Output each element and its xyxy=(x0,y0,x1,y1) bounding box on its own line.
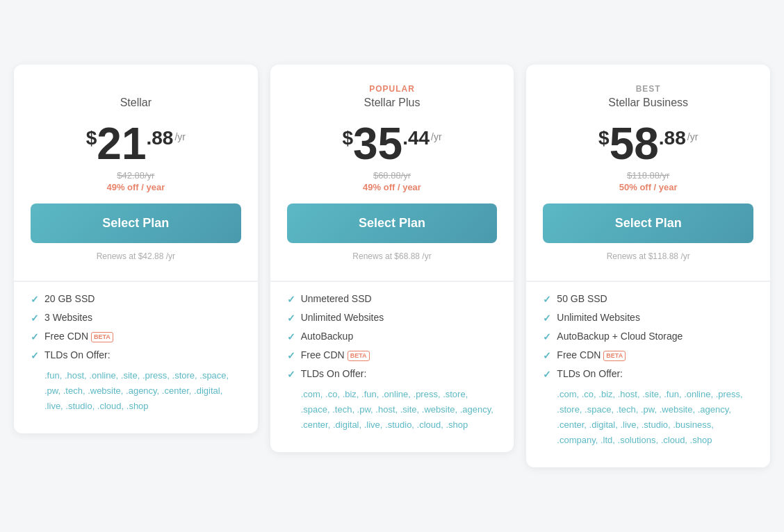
check-icon: ✓ xyxy=(543,350,551,361)
check-icon: ✓ xyxy=(31,331,39,342)
check-icon: ✓ xyxy=(287,350,295,361)
select-plan-button-stellar-plus[interactable]: Select Plan xyxy=(287,203,498,243)
price-discount-stellar-business: 50% off / year xyxy=(543,182,753,192)
feature-text-stellar-plus-3: Free CDNBETA xyxy=(301,349,370,361)
feature-text-stellar-plus-1: Unlimited Websites xyxy=(301,312,384,323)
plan-features-stellar-business: ✓50 GB SSD✓Unlimited Websites✓AutoBackup… xyxy=(526,281,770,467)
feature-item-stellar-0: ✓20 GB SSD xyxy=(31,293,241,305)
feature-text-stellar-1: 3 Websites xyxy=(44,312,92,323)
feature-item-stellar-plus-2: ✓AutoBackup xyxy=(287,331,498,342)
renew-text-stellar-plus: Renews at $68.88 /yr xyxy=(287,243,498,267)
check-icon: ✓ xyxy=(31,313,39,324)
price-dollar-stellar-plus: $ xyxy=(342,127,353,149)
plan-features-stellar: ✓20 GB SSD✓3 Websites✓Free CDNBETA✓TLDs … xyxy=(14,281,258,433)
feature-item-stellar-3: ✓TLDs On Offer: xyxy=(31,349,241,361)
plan-card-stellar-business: BESTStellar Business$58.88/yr$118.88/yr5… xyxy=(526,65,770,467)
price-original-stellar-business: $118.88/yr xyxy=(543,170,753,181)
feature-text-stellar-plus-2: AutoBackup xyxy=(301,331,354,342)
check-icon: ✓ xyxy=(287,331,295,342)
price-discount-stellar: 49% off / year xyxy=(31,182,241,192)
check-icon: ✓ xyxy=(287,369,295,380)
feature-item-stellar-business-0: ✓50 GB SSD xyxy=(543,293,753,305)
plan-price-stellar-plus: $35.44/yr xyxy=(287,122,498,166)
plan-top-stellar-plus: POPULARStellar Plus$35.44/yr$68.88/yr49%… xyxy=(270,65,514,281)
check-icon: ✓ xyxy=(543,294,551,305)
price-discount-stellar-plus: 49% off / year xyxy=(287,182,498,192)
plan-badge-stellar-business: BEST xyxy=(543,84,753,94)
check-icon: ✓ xyxy=(287,313,295,324)
price-decimal-stellar-business: .88 xyxy=(659,127,686,149)
feature-item-stellar-plus-3: ✓Free CDNBETA xyxy=(287,349,498,361)
feature-item-stellar-business-3: ✓Free CDNBETA xyxy=(543,349,753,361)
tld-list-stellar-business: .com, .co, .biz, .host, .site, .fun, .on… xyxy=(557,387,753,448)
price-period-stellar-plus: /yr xyxy=(431,131,442,142)
feature-item-stellar-2: ✓Free CDNBETA xyxy=(31,331,241,342)
tld-list-stellar: .fun, .host, .online, .site, .press, .st… xyxy=(44,368,241,414)
feature-item-stellar-plus-1: ✓Unlimited Websites xyxy=(287,312,498,324)
select-plan-button-stellar-business[interactable]: Select Plan xyxy=(543,203,753,243)
plan-badge-stellar xyxy=(31,84,241,94)
beta-badge: BETA xyxy=(603,351,626,361)
feature-item-stellar-business-2: ✓AutoBackup + Cloud Storage xyxy=(543,331,753,342)
plan-price-stellar-business: $58.88/yr xyxy=(543,122,753,166)
feature-item-stellar-business-1: ✓Unlimited Websites xyxy=(543,312,753,324)
check-icon: ✓ xyxy=(543,369,551,380)
check-icon: ✓ xyxy=(543,313,551,324)
price-main-stellar-plus: 35 xyxy=(353,122,402,166)
check-icon: ✓ xyxy=(287,294,295,305)
price-decimal-stellar-plus: .44 xyxy=(402,127,430,149)
price-original-stellar-plus: $68.88/yr xyxy=(287,170,498,181)
select-plan-button-stellar[interactable]: Select Plan xyxy=(31,203,241,243)
feature-text-stellar-business-3: Free CDNBETA xyxy=(557,349,626,361)
feature-text-stellar-business-1: Unlimited Websites xyxy=(557,312,640,323)
beta-badge: BETA xyxy=(91,332,113,342)
plan-badge-stellar-plus: POPULAR xyxy=(287,84,498,94)
feature-item-stellar-1: ✓3 Websites xyxy=(31,312,241,324)
feature-text-stellar-plus-0: Unmetered SSD xyxy=(301,293,372,304)
feature-text-stellar-business-4: TLDs On Offer: xyxy=(557,368,623,379)
plan-card-stellar-plus: POPULARStellar Plus$35.44/yr$68.88/yr49%… xyxy=(270,65,514,452)
plan-features-stellar-plus: ✓Unmetered SSD✓Unlimited Websites✓AutoBa… xyxy=(270,281,514,452)
renew-text-stellar: Renews at $42.88 /yr xyxy=(31,243,241,267)
renew-text-stellar-business: Renews at $118.88 /yr xyxy=(543,243,753,267)
plans-container: Stellar$21.88/yr$42.88/yr49% off / yearS… xyxy=(14,65,770,467)
feature-text-stellar-2: Free CDNBETA xyxy=(44,331,113,342)
feature-text-stellar-business-0: 50 GB SSD xyxy=(557,293,607,304)
plan-name-stellar-plus: Stellar Plus xyxy=(287,97,498,109)
check-icon: ✓ xyxy=(31,350,39,361)
feature-item-stellar-business-4: ✓TLDs On Offer: xyxy=(543,368,753,380)
price-main-stellar: 21 xyxy=(97,122,146,166)
plan-name-stellar-business: Stellar Business xyxy=(543,97,753,109)
check-icon: ✓ xyxy=(31,294,39,305)
price-dollar-stellar: $ xyxy=(86,127,97,149)
plan-top-stellar: Stellar$21.88/yr$42.88/yr49% off / yearS… xyxy=(14,65,258,281)
beta-badge: BETA xyxy=(348,351,370,361)
price-original-stellar: $42.88/yr xyxy=(31,170,241,181)
feature-text-stellar-plus-4: TLDs On Offer: xyxy=(301,368,367,379)
plan-card-stellar: Stellar$21.88/yr$42.88/yr49% off / yearS… xyxy=(14,65,258,433)
plan-name-stellar: Stellar xyxy=(31,97,241,109)
check-icon: ✓ xyxy=(543,331,551,342)
feature-text-stellar-business-2: AutoBackup + Cloud Storage xyxy=(557,331,683,342)
price-dollar-stellar-business: $ xyxy=(598,127,610,149)
price-period-stellar-business: /yr xyxy=(687,131,699,142)
plan-top-stellar-business: BESTStellar Business$58.88/yr$118.88/yr5… xyxy=(526,65,770,281)
feature-item-stellar-plus-4: ✓TLDs On Offer: xyxy=(287,368,498,380)
price-main-stellar-business: 58 xyxy=(610,122,659,166)
feature-text-stellar-3: TLDs On Offer: xyxy=(44,349,111,360)
price-period-stellar: /yr xyxy=(174,131,186,142)
feature-item-stellar-plus-0: ✓Unmetered SSD xyxy=(287,293,498,305)
tld-list-stellar-plus: .com, .co, .biz, .fun, .online, .press, … xyxy=(301,387,498,433)
feature-text-stellar-0: 20 GB SSD xyxy=(44,293,95,304)
plan-price-stellar: $21.88/yr xyxy=(31,122,241,166)
price-decimal-stellar: .88 xyxy=(146,127,173,149)
